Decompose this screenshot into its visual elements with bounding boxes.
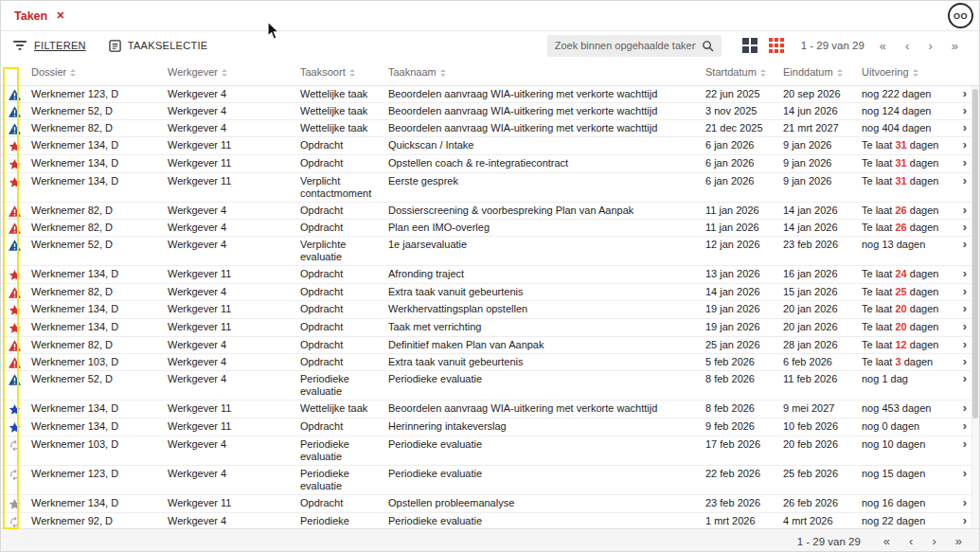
column-header-dossier[interactable]: Dossier xyxy=(27,64,164,80)
table-row[interactable]: Werknemer 123, D Werkgever 4 Periodieke … xyxy=(1,466,979,495)
footer-prev-page-button[interactable]: ‹ xyxy=(900,534,922,548)
footer-last-page-button[interactable]: » xyxy=(946,534,971,548)
column-header-startdatum[interactable]: Startdatum xyxy=(702,64,779,80)
row-taaknaam: Periodieke evaluatie xyxy=(384,371,702,387)
sort-icon xyxy=(837,69,843,77)
table-row[interactable]: Werknemer 134, D Werkgever 11 Wettelijke… xyxy=(1,401,979,418)
table-row[interactable]: Werknemer 92, D Werkgever 4 Periodieke e… xyxy=(1,513,979,528)
row-taaksoort: Wettelijke taak xyxy=(296,120,384,136)
row-startdatum: 6 jan 2026 xyxy=(702,173,779,189)
row-uitvoering: nog 222 dagen xyxy=(858,86,955,102)
row-werkgever: Werkgever 11 xyxy=(164,155,296,171)
table-row[interactable]: Werknemer 52, D Werkgever 4 Wettelijke t… xyxy=(1,103,979,120)
first-page-button[interactable]: « xyxy=(870,39,896,53)
row-startdatum: 12 jan 2026 xyxy=(702,237,779,253)
column-header-taaksoort[interactable]: Taaksoort xyxy=(296,64,384,80)
next-page-button[interactable]: › xyxy=(918,39,941,53)
star-red-icon xyxy=(9,269,21,281)
row-taaksoort: Opdracht xyxy=(296,418,384,435)
row-uitvoering: Te laat 24 dagen xyxy=(858,266,955,282)
task-select-button[interactable]: TAAKSELECTIE xyxy=(109,40,208,52)
star-red-icon xyxy=(9,176,21,188)
row-uitvoering: Te laat 20 dagen xyxy=(858,319,955,335)
footer-first-page-button[interactable]: « xyxy=(874,534,900,548)
search-box[interactable] xyxy=(547,35,722,57)
row-taaksoort: Opdracht xyxy=(296,301,384,317)
row-taaknaam: Afronding traject xyxy=(384,266,702,282)
column-header-einddatum[interactable]: Einddatum xyxy=(779,64,858,80)
row-uitvoering: Te laat 31 dagen xyxy=(858,155,955,171)
row-einddatum: 25 feb 2026 xyxy=(779,466,858,482)
table-row[interactable]: Werknemer 134, D Werkgever 11 Verplicht … xyxy=(1,173,979,203)
row-einddatum: 11 feb 2026 xyxy=(779,371,858,387)
footer-pagination-range: 1 - 29 van 29 xyxy=(797,536,861,547)
table-row[interactable]: Werknemer 52, D Werkgever 4 Verplichte e… xyxy=(1,237,979,266)
row-einddatum: 14 jan 2026 xyxy=(779,203,858,219)
row-taaksoort: Verplichte evaluatie xyxy=(296,237,384,265)
table-row[interactable]: Werknemer 82, D Werkgever 4 Opdracht Dos… xyxy=(1,203,979,220)
filter-button[interactable]: FILTEREN xyxy=(12,40,86,51)
row-einddatum: 21 mrt 2027 xyxy=(779,120,858,136)
search-icon[interactable] xyxy=(702,40,714,52)
sync-gray-icon xyxy=(9,469,21,481)
star-red-icon xyxy=(9,140,21,152)
table-row[interactable]: Werknemer 134, D Werkgever 11 Opdracht H… xyxy=(1,418,979,436)
row-uitvoering: Te laat 31 dagen xyxy=(858,173,955,189)
row-taaknaam: Opstellen coach & re-integratiecontract xyxy=(384,155,702,171)
list-view-toggle-icon[interactable] xyxy=(742,38,757,53)
row-dossier: Werknemer 134, D xyxy=(27,155,164,171)
row-taaknaam: Definitief maken Plan van Aanpak xyxy=(384,337,702,353)
row-einddatum: 14 jun 2026 xyxy=(779,103,858,119)
table-row[interactable]: Werknemer 134, D Werkgever 11 Opdracht W… xyxy=(1,301,979,319)
table-row[interactable]: Werknemer 134, D Werkgever 11 Opdracht T… xyxy=(1,319,979,337)
table-row[interactable]: Werknemer 52, D Werkgever 4 Periodieke e… xyxy=(1,371,979,401)
row-taaknaam: Extra taak vanuit gebeurtenis xyxy=(384,284,702,300)
table-row[interactable]: Werknemer 134, D Werkgever 11 Opdracht A… xyxy=(1,266,979,284)
row-uitvoering: Te laat 26 dagen xyxy=(858,203,955,219)
row-uitvoering: Te laat 26 dagen xyxy=(858,220,955,236)
search-input[interactable] xyxy=(555,40,696,51)
row-werkgever: Werkgever 11 xyxy=(164,266,296,282)
tab-taken[interactable]: Taken ✕ xyxy=(14,9,64,23)
row-uitvoering: nog 124 dagen xyxy=(858,103,955,119)
task-table-body: Werknemer 123, D Werkgever 4 Wettelijke … xyxy=(1,86,979,528)
sort-icon xyxy=(913,69,918,77)
table-row[interactable]: Werknemer 82, D Werkgever 4 Opdracht Def… xyxy=(1,337,979,354)
scrollbar-thumb[interactable] xyxy=(972,89,978,418)
row-werkgever: Werkgever 4 xyxy=(164,103,296,119)
table-row[interactable]: Werknemer 82, D Werkgever 4 Wettelijke t… xyxy=(1,120,979,137)
row-einddatum: 20 sep 2026 xyxy=(779,86,858,102)
star-gray-icon xyxy=(9,498,21,510)
row-einddatum: 9 jan 2026 xyxy=(779,155,858,171)
table-row[interactable]: Werknemer 103, D Werkgever 4 Opdracht Ex… xyxy=(1,354,979,371)
table-row[interactable]: Werknemer 134, D Werkgever 11 Opdracht O… xyxy=(1,155,979,173)
prev-page-button[interactable]: ‹ xyxy=(896,39,918,53)
last-page-button[interactable]: » xyxy=(942,39,968,53)
row-startdatum: 19 jan 2026 xyxy=(702,319,779,335)
sort-icon xyxy=(349,69,355,77)
column-header-taaknaam[interactable]: Taaknaam xyxy=(384,64,702,80)
tab-close-icon[interactable]: ✕ xyxy=(56,10,64,21)
row-startdatum: 22 jun 2025 xyxy=(702,86,779,102)
row-uitvoering: Te laat 25 dagen xyxy=(858,284,955,300)
table-row[interactable]: Werknemer 103, D Werkgever 4 Periodieke … xyxy=(1,436,979,466)
row-startdatum: 17 feb 2026 xyxy=(702,436,779,453)
grid-view-toggle-icon[interactable] xyxy=(769,38,784,53)
task-select-icon xyxy=(109,40,121,52)
row-taaknaam: 1e jaarsevaluatie xyxy=(384,237,702,253)
table-row[interactable]: Werknemer 134, D Werkgever 11 Opdracht O… xyxy=(1,495,979,513)
avatar[interactable]: OO xyxy=(948,3,973,28)
row-dossier: Werknemer 134, D xyxy=(27,137,164,153)
table-row[interactable]: Werknemer 123, D Werkgever 4 Wettelijke … xyxy=(1,86,979,103)
sort-icon xyxy=(70,69,76,77)
column-header-uitvoering[interactable]: Uitvoering xyxy=(858,64,955,80)
column-header-werkgever[interactable]: Werkgever xyxy=(164,64,296,80)
sort-icon xyxy=(760,69,766,77)
row-einddatum: 23 feb 2026 xyxy=(779,237,858,253)
footer-next-page-button[interactable]: › xyxy=(922,534,945,548)
table-row[interactable]: Werknemer 134, D Werkgever 11 Opdracht Q… xyxy=(1,137,979,155)
table-row[interactable]: Werknemer 82, D Werkgever 4 Opdracht Ext… xyxy=(1,284,979,301)
table-row[interactable]: Werknemer 82, D Werkgever 4 Opdracht Pla… xyxy=(1,220,979,237)
row-einddatum: 4 mrt 2026 xyxy=(779,513,858,528)
row-startdatum: 8 feb 2026 xyxy=(702,401,779,417)
